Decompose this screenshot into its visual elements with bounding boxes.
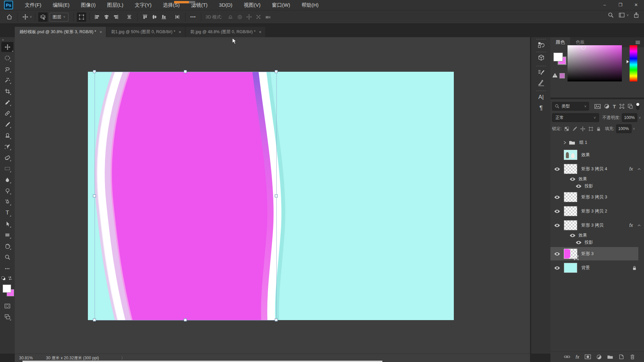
add-adjustment-icon[interactable] [596, 354, 602, 360]
transform-handle-tr[interactable] [275, 70, 278, 73]
lock-transparency-icon[interactable] [564, 126, 569, 131]
search-icon[interactable] [608, 12, 614, 18]
layer-row-rect3-copy3[interactable]: 矩形 3 拷贝 3 [550, 190, 644, 204]
layer-row-rect3-copy2[interactable]: 矩形 3 拷贝 2 [550, 204, 644, 218]
transform-handle-bc[interactable] [184, 318, 187, 321]
distribute-vertical-icon[interactable] [173, 12, 182, 22]
visibility-eye-icon[interactable] [550, 195, 564, 199]
chevron-up-icon[interactable] [637, 223, 641, 228]
layer-thumbnail[interactable] [564, 150, 577, 160]
document-tab-active[interactable]: 婚纱模板.psd @ 30.8% (矩形 3, RGB/8) * × [15, 27, 106, 37]
menu-type[interactable]: 文字(Y) [129, 0, 157, 10]
document-tab[interactable]: 前.jpg @ 48.8% (图层 0, RGB/8#) * × [185, 27, 266, 37]
color-picker-ring[interactable] [581, 45, 586, 50]
pen-tool[interactable] [3, 198, 11, 206]
layer-row-group1[interactable]: 组 1 [550, 137, 644, 148]
layer-thumbnail[interactable] [564, 164, 577, 174]
chevron-down-icon[interactable]: ˅ [30, 15, 32, 19]
dodge-tool[interactable] [3, 187, 11, 195]
layer-row-rect3-copy4[interactable]: 矩形 3 拷贝 4 fx [550, 162, 644, 176]
align-bottom-icon[interactable] [159, 12, 169, 22]
blend-mode-dropdown[interactable]: 正常 ˅ [552, 113, 599, 122]
align-right-icon[interactable] [111, 12, 121, 22]
default-colors-icon[interactable] [1, 276, 6, 281]
quick-mask-icon[interactable] [3, 302, 11, 310]
transform-handle-tl[interactable] [93, 70, 96, 73]
move-tool-icon[interactable] [20, 12, 30, 22]
transform-handle-ml[interactable] [93, 194, 96, 197]
transform-handle-bl[interactable] [93, 318, 96, 321]
status-chevron-icon[interactable]: 〉 [121, 355, 125, 361]
brush-tool[interactable] [3, 120, 11, 128]
layer-fx-dropshadow-row[interactable]: 投影 [550, 183, 644, 189]
fx-badge[interactable]: fx [629, 223, 633, 228]
menu-3d[interactable]: 3D(D) [213, 0, 238, 10]
healing-brush-tool[interactable] [3, 109, 11, 117]
visibility-eye-icon[interactable] [550, 266, 564, 270]
layer-row-rect3-copy[interactable]: 矩形 3 拷贝 fx [550, 219, 644, 232]
align-middle-icon[interactable] [150, 12, 159, 22]
menu-file[interactable]: 文件(F) [19, 0, 47, 10]
panel-grip[interactable] [536, 51, 546, 53]
align-center-icon[interactable] [102, 12, 111, 22]
close-icon[interactable]: × [259, 29, 262, 35]
rectangle-tool[interactable] [3, 231, 11, 239]
menu-window[interactable]: 窗口(W) [266, 0, 296, 10]
panel-grip[interactable] [536, 65, 546, 67]
home-icon[interactable] [5, 12, 14, 22]
swap-colors-icon[interactable] [7, 276, 13, 281]
foreground-swatch[interactable] [553, 53, 563, 61]
restore-button[interactable]: ❐ [612, 0, 628, 10]
move-tool[interactable] [1, 42, 13, 52]
layer-thumbnail[interactable] [564, 263, 577, 273]
layer-thumbnail[interactable] [564, 206, 577, 216]
toolbar-collapse-icon[interactable]: » [2, 38, 4, 42]
clone-stamp-tool[interactable] [3, 131, 11, 139]
visibility-eye-icon[interactable] [569, 177, 576, 181]
visibility-eye-icon[interactable] [550, 223, 564, 228]
close-icon[interactable]: × [179, 29, 181, 35]
visibility-eye-icon[interactable] [569, 233, 576, 238]
brush-settings-panel-icon[interactable] [537, 68, 545, 77]
new-layer-icon[interactable] [619, 354, 624, 360]
filter-type-icon[interactable]: T [613, 104, 616, 109]
visibility-eye-icon[interactable] [575, 240, 582, 245]
close-icon[interactable]: × [100, 29, 102, 35]
new-group-icon[interactable] [607, 355, 613, 359]
menu-help[interactable]: 帮助(H) [296, 0, 324, 10]
gamut-warning-icon[interactable] [552, 73, 558, 78]
saturation-brightness-field[interactable] [568, 45, 622, 81]
filter-toggle[interactable] [636, 103, 640, 110]
layer-thumbnail[interactable] [564, 220, 577, 230]
opacity-field[interactable]: 100% [622, 113, 637, 122]
lock-all-icon[interactable] [596, 126, 601, 131]
lock-artboard-icon[interactable] [588, 126, 593, 131]
layer-name[interactable]: 矩形 3 拷贝 [581, 222, 603, 228]
filter-adjustment-icon[interactable] [604, 104, 609, 109]
crop-tool[interactable] [3, 87, 11, 95]
link-layers-icon[interactable] [564, 355, 570, 359]
menu-image[interactable]: 图像(I) [75, 0, 101, 10]
distribute-horizontal-icon[interactable] [125, 12, 134, 22]
filter-shape-icon[interactable] [619, 104, 625, 109]
layer-row-background[interactable]: 背景 [550, 261, 644, 275]
layer-thumbnail-selected[interactable] [564, 249, 577, 259]
auto-select-target-dropdown[interactable]: 图层˅ [50, 13, 68, 21]
minimize-button[interactable]: – [597, 0, 612, 10]
foreground-color-swatch[interactable] [3, 285, 11, 293]
blur-tool[interactable] [3, 176, 11, 184]
fill-field[interactable]: 100% [616, 124, 632, 133]
fx-badge[interactable]: fx [629, 166, 633, 172]
3d-panel-icon[interactable] [537, 53, 545, 62]
layer-thumbnail[interactable] [564, 192, 577, 202]
panel-menu-icon[interactable] [635, 40, 641, 45]
show-transform-controls-icon[interactable] [77, 12, 86, 22]
edit-toolbar-icon[interactable]: ••• [3, 264, 11, 273]
history-brush-tool[interactable] [3, 142, 11, 150]
hand-tool[interactable] [3, 242, 11, 250]
transform-handle-tc[interactable] [184, 70, 187, 73]
lock-position-icon[interactable] [580, 126, 585, 131]
layer-name[interactable]: 背景 [581, 265, 590, 271]
filter-pixel-icon[interactable] [594, 104, 601, 109]
document-canvas[interactable] [88, 72, 454, 320]
